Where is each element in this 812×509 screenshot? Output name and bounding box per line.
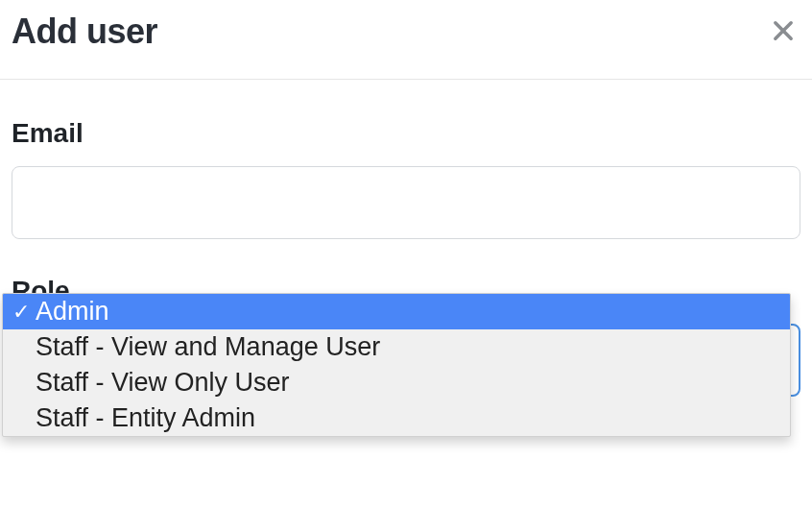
role-option-staff-view[interactable]: Staff - View Only User xyxy=(3,365,790,400)
email-input[interactable] xyxy=(12,166,800,239)
modal-title: Add user xyxy=(12,12,157,52)
role-option-staff-manage[interactable]: Staff - View and Manage User xyxy=(3,329,790,365)
email-field-group: Email xyxy=(12,118,800,239)
role-option-label: Staff - View and Manage User xyxy=(36,332,780,362)
form-body: Email Role ✓ Admin Staff - View and Mana… xyxy=(0,80,812,445)
role-option-label: Admin xyxy=(36,297,780,327)
role-field-group: Role ✓ Admin Staff - View and Manage Use… xyxy=(12,276,800,397)
role-dropdown: ✓ Admin Staff - View and Manage User Sta… xyxy=(2,293,791,437)
role-option-staff-entity[interactable]: Staff - Entity Admin xyxy=(3,400,790,436)
role-option-label: Staff - Entity Admin xyxy=(36,403,780,433)
modal-header: Add user xyxy=(0,0,812,80)
email-label: Email xyxy=(12,118,800,149)
close-button[interactable] xyxy=(770,17,797,47)
close-icon xyxy=(770,17,797,47)
checkmark-icon: ✓ xyxy=(12,302,36,323)
role-option-label: Staff - View Only User xyxy=(36,368,780,398)
role-option-admin[interactable]: ✓ Admin xyxy=(3,294,790,329)
